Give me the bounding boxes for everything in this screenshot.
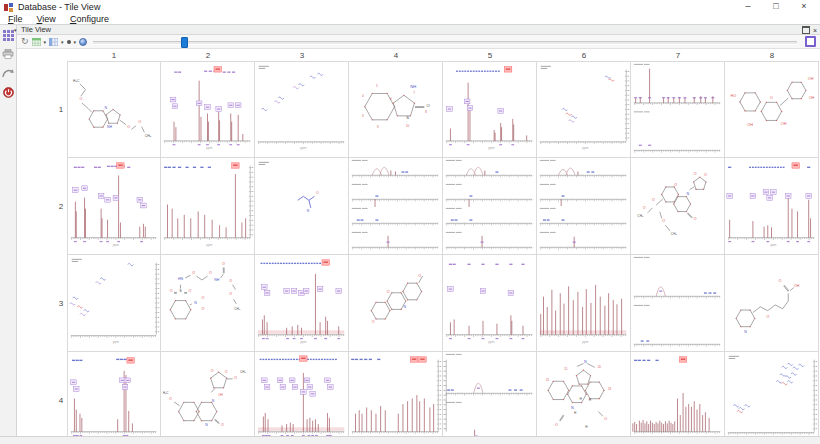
tile-r1c7[interactable] xyxy=(631,61,725,158)
tile-r3c8[interactable]: NOOHO xyxy=(725,255,819,352)
svg-text:O: O xyxy=(79,97,82,101)
selection-mode-button[interactable] xyxy=(805,36,816,47)
svg-text:O: O xyxy=(229,279,232,283)
tile-style-button[interactable] xyxy=(49,36,58,47)
svg-text:O: O xyxy=(704,173,707,177)
tile-r1c3[interactable]: ppm xyxy=(255,61,349,158)
svg-text:N: N xyxy=(194,301,197,305)
tile-r4c6[interactable]: NNOOHHHH13182015 xyxy=(537,352,631,437)
tile-thumbnail xyxy=(631,62,724,157)
tile-r1c1[interactable]: H₃CONNHOOCH₃ xyxy=(67,61,161,158)
tile-r1c2[interactable]: ppm xyxy=(161,61,255,158)
tile-r2c5[interactable] xyxy=(443,158,537,255)
tile-thumbnail: H₃CONNHOOCH₃ xyxy=(68,62,160,157)
svg-text:O: O xyxy=(211,369,214,373)
svg-text:OH: OH xyxy=(808,77,814,81)
main-area: ▾ Tile View xyxy=(0,24,820,437)
close-button[interactable]: × xyxy=(790,0,818,14)
tile-thumbnail: ONOOOOOCH₃OCH₃ xyxy=(631,158,724,254)
tile-r4c2[interactable]: NNOH₃COOOCH₃OOH xyxy=(161,352,255,437)
tile-r4c4[interactable]: ppm xyxy=(349,352,443,437)
tile-r3c7[interactable] xyxy=(631,255,725,352)
tile-r4c8[interactable]: ppm xyxy=(725,352,819,437)
zoom-slider-track[interactable] xyxy=(93,41,797,45)
refresh-icon[interactable]: ↻ xyxy=(21,36,29,47)
tile-r1c4[interactable]: NH7O8S1054396 xyxy=(349,61,443,158)
tile-r4c7[interactable]: ppm xyxy=(631,352,725,437)
float-panel-icon[interactable] xyxy=(802,26,810,34)
tile-r2c6[interactable] xyxy=(537,158,631,255)
tile-r1c5[interactable]: ppm xyxy=(443,61,537,158)
svg-text:HO: HO xyxy=(731,94,737,98)
tile-r2c8[interactable]: ppm xyxy=(725,158,819,255)
tile-view-button[interactable]: ▾ xyxy=(2,29,15,41)
svg-text:8: 8 xyxy=(425,110,427,114)
tile-r2c1[interactable]: ppm xyxy=(67,158,161,255)
svg-text:O: O xyxy=(201,307,204,311)
tile-r4c1[interactable]: ppm xyxy=(67,352,161,437)
zoom-slider[interactable] xyxy=(93,37,797,46)
tile-thumbnail: ppm xyxy=(161,158,254,254)
tile-r3c6[interactable]: ppm xyxy=(537,255,631,352)
menu-bar: FileViewConfigure xyxy=(0,14,820,24)
maximize-button[interactable]: □ xyxy=(762,0,790,14)
tile-r2c2[interactable]: ppm xyxy=(161,158,255,255)
sphere-icon[interactable] xyxy=(79,36,87,47)
tile-r4c5[interactable] xyxy=(443,352,537,437)
print-button[interactable] xyxy=(2,48,15,60)
svg-text:CH₃: CH₃ xyxy=(234,307,241,311)
tile-r2c3[interactable]: ON xyxy=(255,158,349,255)
zoom-slider-handle[interactable] xyxy=(181,37,188,48)
svg-text:3: 3 xyxy=(362,114,364,118)
svg-text:OH: OH xyxy=(747,123,753,127)
column-header-6: 6 xyxy=(537,49,631,61)
row-header-4: 4 xyxy=(55,352,67,437)
tile-r3c2[interactable]: HNOONHOOOCH₃SOONOO xyxy=(161,255,255,352)
dropdown-arrow-icon[interactable]: ▾ xyxy=(74,39,77,45)
svg-text:OH: OH xyxy=(809,96,815,100)
tile-r1c8[interactable]: HOOOHOHOHOH xyxy=(725,61,819,158)
svg-text:10: 10 xyxy=(406,124,410,128)
svg-text:N: N xyxy=(404,305,407,309)
minimize-button[interactable]: – xyxy=(734,0,762,14)
panel-close-icon[interactable]: × xyxy=(813,27,817,34)
tile-thumbnail: ppm xyxy=(725,158,818,254)
table-view-button[interactable] xyxy=(32,36,41,47)
svg-text:O: O xyxy=(170,289,173,293)
column-header-5: 5 xyxy=(443,49,537,61)
tile-thumbnail xyxy=(349,158,442,254)
row-header-2: 2 xyxy=(55,158,67,255)
dropdown-arrow-icon[interactable]: ▾ xyxy=(44,39,47,45)
blue-table-icon xyxy=(49,38,58,46)
options-dot-button[interactable] xyxy=(67,36,71,47)
tile-thumbnail xyxy=(537,158,630,254)
disconnect-button[interactable] xyxy=(2,86,15,98)
tile-r4c3[interactable]: ppm xyxy=(255,352,349,437)
svg-text:N: N xyxy=(212,399,215,403)
left-dock-toolbar: ▾ xyxy=(0,25,17,437)
tile-r3c3[interactable]: ppm xyxy=(255,255,349,352)
tile-r1c6[interactable]: ppm xyxy=(537,61,631,158)
tile-r2c7[interactable]: ONOOOOOCH₃OCH₃ xyxy=(631,158,725,255)
svg-text:ppm: ppm xyxy=(113,340,120,344)
svg-text:O: O xyxy=(770,96,773,100)
power-icon xyxy=(3,87,14,98)
dropdown-arrow-icon[interactable]: ▾ xyxy=(61,39,64,45)
tile-r3c4[interactable]: ONOO xyxy=(349,255,443,352)
tile-r3c5[interactable]: ppm xyxy=(443,255,537,352)
transfer-button[interactable] xyxy=(2,67,15,79)
svg-text:O: O xyxy=(387,290,390,294)
svg-text:ppm: ppm xyxy=(113,243,120,247)
tile-r3c1[interactable]: ppm xyxy=(67,255,161,352)
application-window: { "window": { "title": "Database - Tile … xyxy=(0,0,820,444)
menu-view[interactable]: View xyxy=(30,14,63,24)
tile-r2c4[interactable] xyxy=(349,158,443,255)
menu-file[interactable]: File xyxy=(1,14,30,24)
svg-text:O: O xyxy=(426,103,430,108)
tile-thumbnail: NNOOHHHH13182015 xyxy=(537,352,630,437)
svg-text:H: H xyxy=(580,397,583,401)
menu-configure[interactable]: Configure xyxy=(63,14,116,24)
svg-text:O: O xyxy=(555,423,558,427)
column-header-7: 7 xyxy=(631,49,725,61)
green-table-icon xyxy=(32,38,41,46)
